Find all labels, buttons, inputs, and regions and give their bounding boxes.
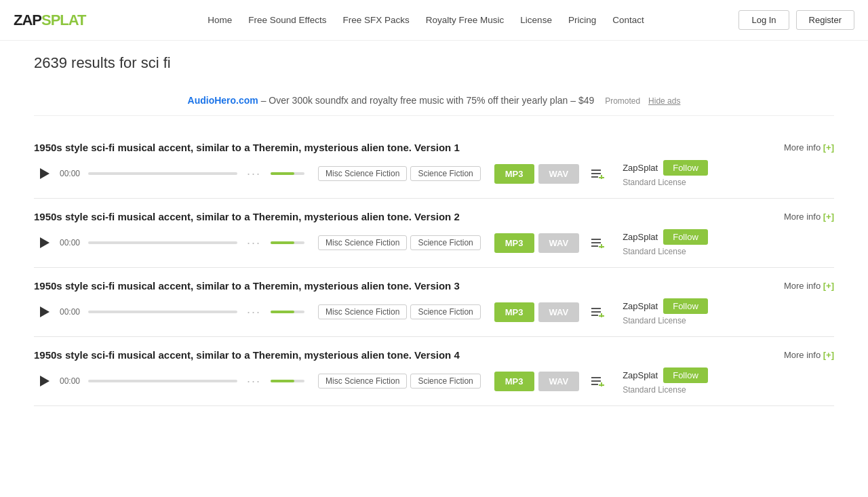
play-button[interactable] <box>34 164 53 183</box>
ad-link[interactable]: AudioHero.com <box>188 95 258 106</box>
tag[interactable]: Science Fiction <box>410 374 480 389</box>
play-icon <box>40 306 50 317</box>
volume-fill <box>271 241 294 244</box>
svg-rect-4 <box>599 177 604 178</box>
follow-button[interactable]: Follow <box>663 298 708 314</box>
follow-button[interactable]: Follow <box>663 229 708 245</box>
progress-bar[interactable] <box>88 380 237 382</box>
nav-buttons: Log In Register <box>738 10 854 30</box>
mp3-button[interactable]: MP3 <box>494 372 534 391</box>
author-group: ZapSplat Follow Standard License <box>623 229 711 256</box>
progress-bar[interactable] <box>88 241 237 244</box>
author-name: ZapSplat <box>623 232 658 242</box>
author-name: ZapSplat <box>623 301 658 311</box>
player-row: 00:00 ··· Misc Science FictionScience Fi… <box>34 298 834 325</box>
author-row: ZapSplat Follow <box>623 367 708 383</box>
volume-bar[interactable] <box>271 311 304 313</box>
tag[interactable]: Science Fiction <box>410 166 480 181</box>
volume-dots-icon: ··· <box>247 374 261 389</box>
wav-button[interactable]: WAV <box>538 372 580 391</box>
volume-bar[interactable] <box>271 241 304 244</box>
sound-title: 1950s style sci-fi musical accent, simil… <box>34 280 770 292</box>
tag[interactable]: Misc Science Fiction <box>318 235 407 250</box>
wav-button[interactable]: WAV <box>538 302 580 322</box>
svg-rect-16 <box>591 380 601 382</box>
sound-item-1: 1950s style sci-fi musical accent, simil… <box>34 130 834 199</box>
navbar: ZAPSPLAT Home Free Sound Effects Free SF… <box>0 0 868 41</box>
svg-rect-10 <box>591 308 601 309</box>
add-list-icon <box>590 235 605 250</box>
play-icon <box>40 168 50 179</box>
nav-royalty-free-music[interactable]: Royalty Free Music <box>426 15 505 25</box>
svg-rect-6 <box>591 242 601 243</box>
progress-bar[interactable] <box>88 172 237 175</box>
mp3-button[interactable]: MP3 <box>494 302 534 322</box>
svg-rect-0 <box>591 170 601 171</box>
register-button[interactable]: Register <box>796 10 854 30</box>
nav-home[interactable]: Home <box>208 15 232 25</box>
results-heading: 2639 results for sci fi <box>34 54 834 72</box>
add-to-list-button[interactable] <box>590 235 605 250</box>
player-row: 00:00 ··· Misc Science FictionScience Fi… <box>34 367 834 395</box>
license-text: Standard License <box>623 247 686 256</box>
volume-fill <box>271 380 294 382</box>
tag[interactable]: Misc Science Fiction <box>318 304 407 319</box>
more-info-link[interactable]: More info [+] <box>784 212 834 222</box>
play-button[interactable] <box>34 372 53 391</box>
nav-links: Home Free Sound Effects Free SFX Packs R… <box>113 15 738 25</box>
volume-dots-icon: ··· <box>247 305 261 319</box>
nav-free-sound-effects[interactable]: Free Sound Effects <box>248 15 326 25</box>
play-button[interactable] <box>34 233 53 252</box>
tag[interactable]: Science Fiction <box>410 304 480 319</box>
play-icon <box>40 376 50 386</box>
wav-button[interactable]: WAV <box>538 233 580 253</box>
follow-button[interactable]: Follow <box>663 367 708 383</box>
play-button[interactable] <box>34 302 53 321</box>
volume-bar[interactable] <box>271 172 304 175</box>
add-to-list-button[interactable] <box>590 374 605 389</box>
nav-contact[interactable]: Contact <box>612 15 644 25</box>
mp3-button[interactable]: MP3 <box>494 233 534 253</box>
svg-rect-17 <box>591 384 598 385</box>
tag[interactable]: Misc Science Fiction <box>318 166 407 181</box>
download-group: MP3 WAV <box>494 164 579 184</box>
player-row: 00:00 ··· Misc Science FictionScience Fi… <box>34 229 834 256</box>
wav-button[interactable]: WAV <box>538 164 580 184</box>
more-info-link[interactable]: More info [+] <box>784 350 834 360</box>
tag[interactable]: Science Fiction <box>410 235 480 250</box>
license-text: Standard License <box>623 178 686 187</box>
author-name: ZapSplat <box>623 370 658 380</box>
tag[interactable]: Misc Science Fiction <box>318 374 407 389</box>
svg-rect-12 <box>591 315 598 316</box>
add-to-list-button[interactable] <box>590 166 605 181</box>
svg-rect-9 <box>599 246 604 247</box>
nav-pricing[interactable]: Pricing <box>568 15 596 25</box>
download-group: MP3 WAV <box>494 302 579 322</box>
logo-zap: ZAP <box>14 12 41 28</box>
volume-bar[interactable] <box>271 380 304 382</box>
more-info-link[interactable]: More info [+] <box>784 281 834 291</box>
follow-button[interactable]: Follow <box>663 160 708 176</box>
time-label: 00:00 <box>60 238 81 247</box>
add-to-list-button[interactable] <box>590 304 605 319</box>
mp3-button[interactable]: MP3 <box>494 164 534 184</box>
volume-dots-icon: ··· <box>247 236 261 250</box>
sound-item-header: 1950s style sci-fi musical accent, simil… <box>34 280 834 292</box>
nav-license[interactable]: License <box>520 15 552 25</box>
login-button[interactable]: Log In <box>738 10 789 30</box>
author-group: ZapSplat Follow Standard License <box>623 367 711 395</box>
hide-ads-button[interactable]: Hide ads <box>648 96 680 106</box>
tags-group: Misc Science FictionScience Fiction <box>318 235 481 250</box>
svg-rect-5 <box>591 239 601 240</box>
sound-item-4: 1950s style sci-fi musical accent, simil… <box>34 337 834 406</box>
add-list-icon <box>590 166 605 181</box>
nav-free-sfx-packs[interactable]: Free SFX Packs <box>343 15 410 25</box>
more-info-link[interactable]: More info [+] <box>784 142 834 153</box>
sound-results-list: 1950s style sci-fi musical accent, simil… <box>34 130 834 406</box>
svg-rect-1 <box>591 173 601 174</box>
logo-splat: SPLAT <box>41 12 85 28</box>
progress-bar[interactable] <box>88 311 237 313</box>
logo[interactable]: ZAPSPLAT <box>14 12 85 29</box>
sound-item-header: 1950s style sci-fi musical accent, simil… <box>34 142 834 153</box>
svg-rect-7 <box>591 245 598 247</box>
